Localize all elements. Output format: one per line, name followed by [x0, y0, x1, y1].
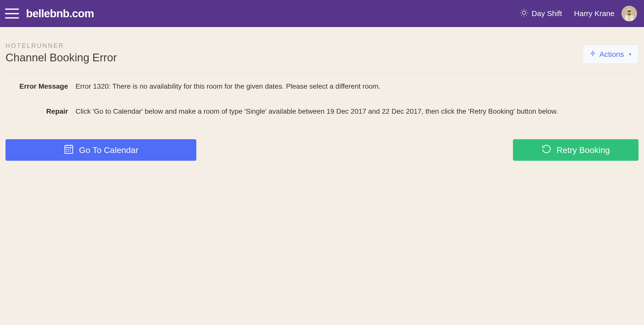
- page-header: HOTELRUNNER Channel Booking Error Action…: [6, 42, 638, 73]
- menu-icon[interactable]: [5, 9, 19, 19]
- repair-label: Repair: [6, 106, 76, 117]
- chevron-down-icon: ▾: [629, 52, 631, 57]
- sun-icon: [520, 9, 528, 19]
- error-row: Error Message Error 1320: There is no av…: [6, 81, 638, 92]
- shift-label: Day Shift: [532, 9, 562, 18]
- brand-logo[interactable]: bellebnb.com: [26, 7, 94, 20]
- retry-booking-button[interactable]: Retry Booking: [513, 139, 638, 161]
- svg-marker-15: [590, 51, 595, 56]
- repair-row: Repair Click 'Go to Calendar' below and …: [6, 106, 638, 117]
- actions-button[interactable]: Actions ▾: [583, 45, 638, 64]
- avatar: [621, 6, 637, 21]
- retry-booking-label: Retry Booking: [556, 145, 610, 155]
- actions-label: Actions: [599, 50, 624, 59]
- page-title: Channel Booking Error: [6, 51, 117, 64]
- go-to-calendar-button[interactable]: Go To Calendar: [6, 139, 196, 161]
- main-content: HOTELRUNNER Channel Booking Error Action…: [0, 27, 644, 171]
- retry-icon: [541, 144, 551, 156]
- user-name: Harry Krane: [574, 9, 614, 18]
- repair-text: Click 'Go to Calendar' below and make a …: [76, 106, 638, 117]
- lightning-icon: [590, 49, 595, 59]
- calendar-icon: [64, 144, 74, 156]
- svg-point-0: [522, 11, 525, 14]
- svg-line-3: [521, 10, 522, 10]
- breadcrumb: HOTELRUNNER: [6, 42, 117, 49]
- svg-line-7: [521, 15, 522, 16]
- user-menu[interactable]: Harry Krane: [574, 6, 637, 21]
- error-label: Error Message: [6, 81, 76, 92]
- svg-line-8: [526, 10, 527, 10]
- top-bar: bellebnb.com Day Shift Harry Krane: [0, 0, 644, 27]
- shift-toggle[interactable]: Day Shift: [520, 9, 562, 19]
- go-to-calendar-label: Go To Calendar: [79, 145, 139, 155]
- details-section: Error Message Error 1320: There is no av…: [6, 81, 638, 117]
- svg-rect-11: [627, 10, 631, 12]
- error-text: Error 1320: There is no availability for…: [76, 81, 638, 92]
- button-row: Go To Calendar Retry Booking: [6, 139, 638, 161]
- svg-rect-14: [628, 15, 630, 21]
- svg-line-4: [526, 15, 527, 16]
